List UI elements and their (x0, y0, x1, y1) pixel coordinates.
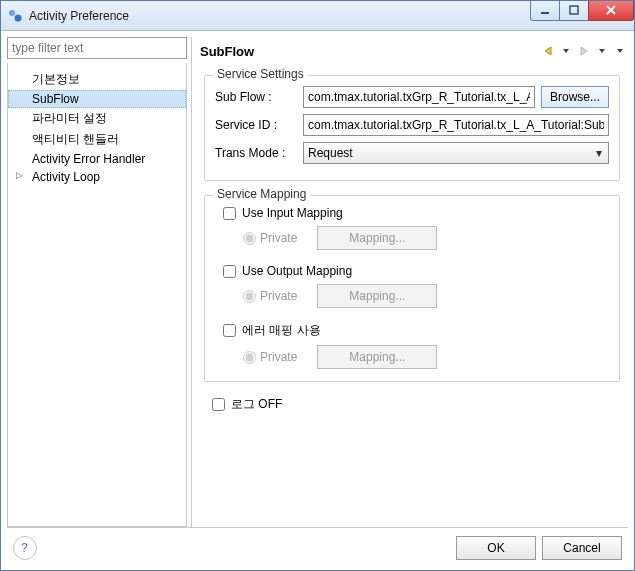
view-menu-icon[interactable] (612, 43, 628, 59)
help-button[interactable]: ? (13, 536, 37, 560)
tree-item[interactable]: 기본정보 (8, 69, 186, 90)
transmode-label: Trans Mode : (215, 146, 297, 160)
tree-item[interactable]: SubFlow (8, 90, 186, 108)
preference-tree[interactable]: 기본정보SubFlow파라미터 설정액티비티 핸들러Activity Error… (7, 63, 187, 527)
svg-point-1 (15, 14, 22, 21)
ok-button[interactable]: OK (456, 536, 536, 560)
main-panel: SubFlow Service Settings Sub Flow : (191, 37, 628, 527)
input-mapping-button: Mapping... (317, 226, 437, 250)
minimize-button[interactable] (530, 1, 560, 21)
sidebar: 기본정보SubFlow파라미터 설정액티비티 핸들러Activity Error… (7, 37, 187, 527)
transmode-select[interactable]: Request (303, 142, 609, 164)
use-output-mapping-checkbox[interactable] (223, 265, 236, 278)
input-private-radio (243, 232, 256, 245)
maximize-button[interactable] (559, 1, 589, 21)
svg-rect-2 (541, 12, 549, 14)
subflow-input[interactable] (303, 86, 535, 108)
input-private-radio-label: Private (243, 231, 297, 245)
forward-icon[interactable] (576, 43, 592, 59)
tree-item[interactable]: 파라미터 설정 (8, 108, 186, 129)
service-settings-group: Service Settings Sub Flow : Browse... Se… (204, 75, 620, 181)
svg-text:?: ? (21, 541, 28, 555)
use-output-mapping-label: Use Output Mapping (242, 264, 352, 278)
cancel-button[interactable]: Cancel (542, 536, 622, 560)
error-private-radio-label: Private (243, 350, 297, 364)
tree-item[interactable]: 액티비티 핸들러 (8, 129, 186, 150)
back-menu-icon[interactable] (558, 43, 574, 59)
use-error-mapping-label: 에러 매핑 사용 (242, 322, 321, 339)
window-buttons (531, 1, 634, 21)
app-icon (7, 8, 23, 24)
output-private-radio (243, 290, 256, 303)
output-mapping-button: Mapping... (317, 284, 437, 308)
error-mapping-button: Mapping... (317, 345, 437, 369)
titlebar[interactable]: Activity Preference (1, 1, 634, 31)
svg-rect-3 (570, 6, 578, 14)
subflow-label: Sub Flow : (215, 90, 297, 104)
browse-button[interactable]: Browse... (541, 86, 609, 108)
use-input-mapping-checkbox[interactable] (223, 207, 236, 220)
dialog-window: Activity Preference 기본정보SubFlow파라미터 설정액티… (0, 0, 635, 571)
forward-menu-icon[interactable] (594, 43, 610, 59)
error-private-radio (243, 351, 256, 364)
service-mapping-legend: Service Mapping (213, 187, 310, 201)
output-private-radio-label: Private (243, 289, 297, 303)
filter-input[interactable] (7, 37, 187, 59)
tree-item[interactable]: Activity Loop (8, 168, 186, 186)
back-icon[interactable] (540, 43, 556, 59)
close-button[interactable] (588, 1, 634, 21)
service-settings-legend: Service Settings (213, 67, 308, 81)
svg-point-0 (9, 10, 15, 16)
serviceid-label: Service ID : (215, 118, 297, 132)
log-off-label: 로그 OFF (231, 396, 282, 413)
window-title: Activity Preference (29, 9, 531, 23)
serviceid-input[interactable] (303, 114, 609, 136)
use-error-mapping-checkbox[interactable] (223, 324, 236, 337)
dialog-body: 기본정보SubFlow파라미터 설정액티비티 핸들러Activity Error… (1, 31, 634, 570)
service-mapping-group: Service Mapping Use Input Mapping Privat… (204, 195, 620, 382)
page-title: SubFlow (200, 44, 540, 59)
tree-item[interactable]: Activity Error Handler (8, 150, 186, 168)
transmode-value: Request (308, 146, 353, 160)
use-input-mapping-label: Use Input Mapping (242, 206, 343, 220)
dialog-footer: ? OK Cancel (7, 527, 628, 564)
log-off-checkbox[interactable] (212, 398, 225, 411)
